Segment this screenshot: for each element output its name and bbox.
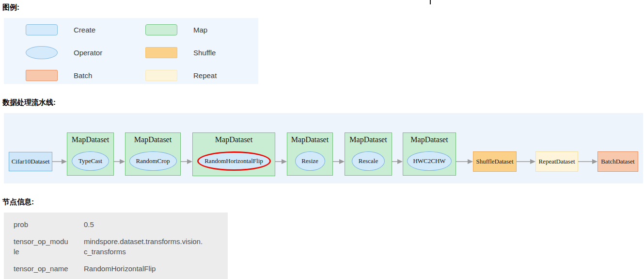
operator-swatch-icon	[26, 46, 58, 59]
pipeline-node-mapdataset-randomhorizontalflip[interactable]: MapDataset RandomHorizontalFlip	[192, 132, 275, 176]
pipeline-node-mapdataset-rescale[interactable]: MapDataset Rescale	[345, 132, 392, 176]
legend-item-repeat: Repeat	[145, 70, 258, 81]
repeat-swatch-icon	[145, 70, 177, 81]
operator-rescale[interactable]: Rescale	[352, 151, 385, 171]
pipeline-node-shuffledataset[interactable]: ShuffleDataset	[473, 151, 517, 172]
map-node-title: MapDataset	[72, 135, 109, 145]
node-info-value: mindspore.dataset.transforms.vision.c_tr…	[84, 236, 205, 257]
legend-section-title: 图例:	[2, 3, 19, 12]
node-info-key: tensor_op_module	[14, 236, 69, 257]
node-info-key: tensor_op_name	[14, 263, 69, 274]
flow-arrow-icon	[392, 159, 403, 164]
shuffle-swatch-icon	[145, 47, 177, 58]
pipeline-node-mapdataset-randomcrop[interactable]: MapDataset RandomCrop	[125, 132, 181, 176]
node-info-section-title: 节点信息:	[2, 197, 34, 206]
node-info-table: prob 0.5 tensor_op_module mindspore.data…	[4, 213, 228, 279]
legend-label: Create	[74, 26, 95, 34]
flow-arrow-icon	[275, 159, 287, 164]
create-swatch-icon	[26, 24, 58, 35]
node-info-row: tensor_op_name RandomHorizontalFlip	[14, 263, 228, 274]
map-node-title: MapDataset	[349, 135, 387, 145]
pipeline-graph: Cifar10Dataset MapDataset TypeCast MapDa…	[4, 113, 643, 183]
flow-arrow-icon	[517, 159, 535, 164]
operator-typecast[interactable]: TypeCast	[72, 151, 109, 171]
dataset-graph-page: 图例: Create Map Operator Shuffle Batch Re…	[0, 0, 644, 279]
legend-item-map: Map	[145, 24, 258, 35]
node-info-key: prob	[14, 219, 69, 230]
legend: Create Map Operator Shuffle Batch Repeat	[4, 18, 258, 84]
legend-item-batch: Batch	[26, 70, 145, 81]
text-cursor-artifact	[430, 0, 431, 4]
operator-randomcrop[interactable]: RandomCrop	[129, 151, 177, 171]
flow-arrow-icon	[114, 159, 125, 164]
legend-label: Map	[193, 26, 207, 34]
legend-label: Shuffle	[193, 49, 216, 57]
map-node-title: MapDataset	[291, 135, 329, 145]
operator-resize[interactable]: Resize	[295, 151, 325, 171]
legend-label: Operator	[74, 49, 102, 57]
legend-item-operator: Operator	[26, 47, 145, 58]
legend-item-create: Create	[26, 24, 145, 35]
flow-arrow-icon	[456, 159, 473, 164]
map-node-title: MapDataset	[410, 135, 448, 145]
node-info-value: 0.5	[84, 219, 205, 230]
pipeline-node-mapdataset-typecast[interactable]: MapDataset TypeCast	[67, 132, 114, 176]
flow-arrow-icon	[52, 159, 67, 164]
pipeline-node-batchdataset[interactable]: BatchDataset	[597, 151, 638, 172]
legend-item-shuffle: Shuffle	[145, 47, 258, 58]
node-info-row: prob 0.5	[14, 219, 228, 230]
pipeline-node-mapdataset-resize[interactable]: MapDataset Resize	[287, 132, 333, 176]
batch-swatch-icon	[26, 70, 58, 81]
pipeline-section-title: 数据处理流水线:	[2, 98, 56, 107]
pipeline-node-mapdataset-hwc2chw[interactable]: MapDataset HWC2CHW	[403, 132, 456, 176]
map-node-title: MapDataset	[134, 135, 172, 145]
node-info-row: tensor_op_module mindspore.dataset.trans…	[14, 236, 228, 257]
map-swatch-icon	[145, 24, 177, 35]
flow-arrow-icon	[333, 159, 345, 164]
flow-arrow-icon	[578, 159, 597, 164]
map-node-title: MapDataset	[215, 135, 252, 145]
legend-label: Batch	[74, 71, 92, 80]
node-info-value: RandomHorizontalFlip	[84, 263, 205, 274]
legend-label: Repeat	[193, 71, 217, 80]
flow-arrow-icon	[181, 159, 192, 164]
operator-hwc2chw[interactable]: HWC2CHW	[407, 151, 452, 171]
pipeline-node-repeatdataset[interactable]: RepeatDataset	[535, 151, 578, 172]
pipeline-node-cifar10dataset[interactable]: Cifar10Dataset	[9, 152, 52, 171]
operator-randomhorizontalflip-selected[interactable]: RandomHorizontalFlip	[197, 151, 271, 171]
